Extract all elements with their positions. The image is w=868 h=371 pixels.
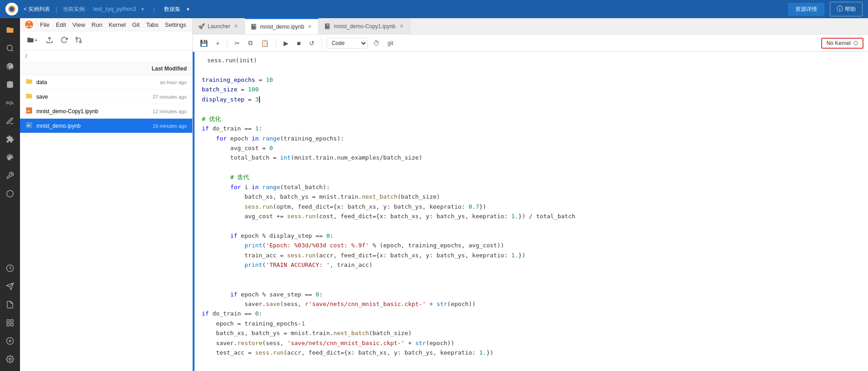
sidebar-icon-palette[interactable]: [2, 149, 18, 165]
help-label: 帮助: [845, 5, 856, 13]
breadcrumb[interactable]: /: [20, 50, 192, 63]
sidebar-icon-wrench[interactable]: [2, 167, 18, 184]
svg-point-19: [76, 37, 78, 39]
folder-icon: [25, 92, 33, 101]
back-button[interactable]: < 实例列表: [24, 5, 50, 13]
sidebar-icon-extensions[interactable]: [2, 131, 18, 147]
code-line: train_acc = sess.run(accr, feed_dict={x:…: [202, 251, 868, 260]
tab-mnist-demo[interactable]: 📓 mnist_demo.ipynb ✕: [245, 18, 319, 35]
tab-close-mnist-demo[interactable]: ✕: [307, 23, 313, 30]
logo: [5, 3, 18, 15]
instance-dropdown-icon[interactable]: ▾: [141, 6, 144, 12]
file-modified: 16 minutes ago: [123, 123, 187, 129]
kernel-status-circle: [853, 41, 858, 45]
svg-point-15: [30, 25, 32, 27]
stop-button[interactable]: ■: [294, 38, 303, 49]
file-name: mnist_demo.ipynb: [36, 123, 123, 129]
code-line: epoch = training_epochs-1: [202, 319, 868, 328]
svg-point-14: [28, 21, 30, 23]
cut-button[interactable]: ✂: [232, 38, 243, 49]
sidebar-icon-tools[interactable]: [2, 113, 18, 129]
code-line: display_step = 3: [202, 95, 868, 104]
add-cell-button[interactable]: +: [213, 38, 222, 49]
clock-button[interactable]: ⏱: [370, 38, 382, 49]
tab-launcher[interactable]: 🚀 Launcher ✕: [193, 18, 245, 35]
sidebar-icon-history[interactable]: [2, 260, 18, 276]
jupyter-logo: [25, 20, 34, 29]
cell-type-select[interactable]: Code Markdown Raw: [327, 38, 368, 49]
upload-button[interactable]: [45, 35, 55, 46]
file-modified: 12 minutes ago: [123, 109, 187, 114]
folder-icon: [25, 78, 33, 86]
sidebar-icon-git[interactable]: [2, 58, 18, 75]
code-line: print('Epoch: %03d/%03d cost: %.9f' % (e…: [202, 241, 868, 250]
menu-kernel[interactable]: Kernel: [109, 21, 126, 28]
file-item-copy1[interactable]: nb mnist_demo-Copy1.ipynb 12 minutes ago: [20, 104, 192, 119]
sidebar-icon-reports[interactable]: [2, 296, 18, 313]
separator1: |: [55, 6, 57, 13]
file-name: save: [36, 94, 123, 100]
main-layout: SQL: [0, 18, 868, 371]
save-button[interactable]: 💾: [197, 38, 210, 49]
sidebar-icon-settings-bottom[interactable]: [2, 351, 18, 367]
file-browser-panel: File Edit View Run Kernel Git Tabs Setti…: [20, 18, 193, 371]
sidebar-icon-search[interactable]: [2, 40, 18, 56]
code-line: [202, 65, 868, 75]
code-line: [202, 163, 868, 172]
code-line: print('TRAIN ACCURACY: ', train_acc): [202, 260, 868, 270]
column-name-header: Name▲: [25, 65, 123, 72]
file-item-data[interactable]: data an hour ago: [20, 75, 192, 90]
notebook-copy-tab-label: mnist_demo-Copy1.ipynb: [334, 23, 395, 30]
new-folder-button[interactable]: +: [25, 35, 40, 46]
notebook-tab-label: mnist_demo.ipynb: [260, 24, 304, 30]
copy-button[interactable]: ⧉: [245, 37, 255, 49]
code-line: for epoch in range(training_epochs):: [202, 134, 868, 143]
dataset-dropdown-icon[interactable]: ▾: [187, 6, 190, 12]
code-content[interactable]: sess.run(init) training_epochs = 10 batc…: [195, 52, 868, 371]
kernel-label: No Kernel: [827, 40, 851, 46]
tab-close-launcher[interactable]: ✕: [233, 22, 239, 30]
help-button[interactable]: ⓘ 帮助: [830, 2, 863, 16]
menu-settings[interactable]: Settings: [165, 21, 186, 28]
menu-edit[interactable]: Edit: [56, 21, 66, 28]
sidebar-icon-grid[interactable]: [2, 315, 18, 331]
code-line: saver.save(sess, r'save/nets/cnn_mnist_b…: [202, 299, 868, 309]
resource-detail-button[interactable]: 资源详情: [788, 3, 824, 16]
file-item-save[interactable]: save 37 minutes ago: [20, 90, 192, 104]
topbar: < 实例列表 | 当前实例: test_zyq_python3 ▾ | 数据集 …: [0, 0, 868, 18]
kernel-badge: No Kernel: [821, 38, 863, 49]
menu-run[interactable]: Run: [91, 21, 102, 28]
sidebar-icon-database[interactable]: [2, 76, 18, 93]
git-label[interactable]: git: [385, 38, 396, 48]
svg-point-12: [9, 358, 11, 361]
tab-close-copy[interactable]: ✕: [399, 22, 404, 30]
git-button[interactable]: [74, 35, 84, 46]
code-line: # 优化: [202, 114, 868, 124]
menu-tabs[interactable]: Tabs: [146, 21, 158, 28]
menu-view[interactable]: View: [72, 21, 85, 28]
code-line: sess.run(optm, feed_dict={x: batch_xs, y…: [202, 202, 868, 211]
notebook-blue-icon: nb: [25, 121, 33, 130]
instance-name[interactable]: test_zyq_python3: [93, 6, 136, 12]
column-modified-header: Last Modified: [123, 65, 187, 72]
menu-file[interactable]: File: [40, 21, 50, 28]
paste-button[interactable]: 📋: [258, 38, 271, 49]
refresh-button[interactable]: [59, 35, 69, 46]
tabs-bar: 🚀 Launcher ✕ 📓 mnist_demo.ipynb ✕ 📓 mnis…: [193, 18, 868, 35]
file-item-demo[interactable]: nb mnist_demo.ipynb 16 minutes ago: [20, 119, 192, 133]
svg-text:nb: nb: [27, 124, 30, 127]
sidebar-icon-filebrowser[interactable]: [2, 22, 18, 38]
sidebar-icon-deploy[interactable]: [2, 278, 18, 295]
svg-rect-7: [11, 324, 13, 326]
dataset-button[interactable]: 数据集: [164, 5, 180, 13]
menu-git[interactable]: Git: [132, 21, 140, 28]
code-line: if epoch % display_step == 0:: [202, 231, 868, 241]
sidebar-icon-add-bottom[interactable]: [2, 333, 18, 349]
sidebar-icon-sql[interactable]: SQL: [2, 95, 18, 111]
run-button[interactable]: ▶: [281, 38, 291, 49]
file-name: mnist_demo-Copy1.ipynb: [36, 108, 123, 115]
restart-button[interactable]: ↺: [306, 38, 317, 49]
tab-mnist-demo-copy[interactable]: 📓 mnist_demo-Copy1.ipynb ✕: [319, 18, 410, 35]
code-line: if do_train == 1:: [202, 124, 868, 133]
sidebar-icon-cube[interactable]: [2, 186, 18, 202]
